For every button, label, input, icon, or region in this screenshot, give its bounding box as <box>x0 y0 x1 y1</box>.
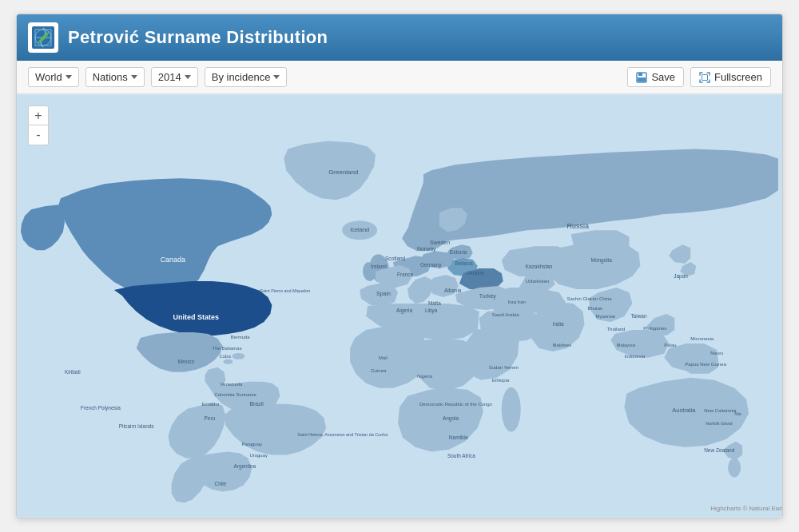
granularity-dropdown-arrow <box>131 75 137 79</box>
label-indonesia: Indonesia <box>624 354 646 359</box>
granularity-dropdown[interactable]: Nations <box>85 67 145 87</box>
label-argentina: Argentina <box>233 463 256 470</box>
svg-point-8 <box>232 353 244 359</box>
label-iaqiran: Iraq Iran <box>508 300 526 304</box>
label-ukraine: Ukraine <box>467 270 485 276</box>
label-chile: Chile <box>214 481 226 486</box>
map-area: + - <box>17 94 782 518</box>
label-sudan: Sudan Yemen <box>489 365 519 370</box>
svg-rect-4 <box>638 73 642 76</box>
label-japan: Japan <box>674 273 688 280</box>
zoom-controls: + - <box>28 105 49 145</box>
label-spain: Spain <box>376 291 391 297</box>
label-bermuda: Bermuda <box>230 335 250 339</box>
label-us: United States <box>173 313 219 321</box>
region-dropdown[interactable]: World <box>28 67 79 87</box>
main-container: Petrović Surname Distribution World Nati… <box>16 14 783 518</box>
save-button[interactable]: Save <box>627 67 684 87</box>
label-bahamas: The Bahamas <box>212 346 241 351</box>
label-kazakhstan: Kazakhstan <box>526 264 553 269</box>
label-frenchpolynesia: French Polynesia <box>81 405 121 411</box>
world-map: Greenland Iceland Canada Russia United S… <box>17 94 782 518</box>
toolbar: World Nations 2014 By incidence Save <box>17 61 782 94</box>
label-colombia: Colombia Suriname <box>214 392 256 397</box>
label-namibia: Namibia <box>449 435 468 440</box>
label-kiribati: Kiribati <box>65 369 81 375</box>
label-southafrica: South Africa <box>447 453 475 459</box>
region-dropdown-arrow <box>66 75 72 79</box>
label-nigeria: Nigeria <box>417 374 433 379</box>
label-spm: Saint Pierre and Miquelon <box>260 288 310 293</box>
label-mali: Mali <box>379 355 388 360</box>
label-brazil: Brazil <box>249 401 264 407</box>
svg-rect-6 <box>702 74 708 80</box>
label-turkey: Turkey <box>479 293 497 300</box>
label-saudiarabia: Saudi Arabia <box>492 312 520 317</box>
label-russia: Russia <box>567 222 589 230</box>
label-thailand: Thailand <box>606 327 625 332</box>
label-palau: Palau <box>664 343 676 347</box>
label-greenland: Greenland <box>328 169 358 176</box>
label-australia: Australia <box>672 407 696 414</box>
label-france: France <box>397 272 414 277</box>
metric-dropdown-arrow <box>273 75 280 79</box>
label-sthelena: Saint Helena, Ascension and Tristan da C… <box>297 432 388 437</box>
label-myanmar: Myanmar <box>595 314 615 319</box>
label-sweden: Sweden <box>430 240 450 245</box>
app-logo <box>28 22 58 53</box>
label-scotland: Scotland <box>385 256 406 261</box>
label-bhutan: Bhutan <box>588 306 603 311</box>
label-uzbekistan: Uzbekistan <box>526 279 550 284</box>
attribution-text: Highcharts © Natural Earth <box>710 505 782 512</box>
label-ireland: Ireland <box>371 264 387 269</box>
label-belarus: Belarus <box>455 260 473 266</box>
label-taiwan: Taiwan <box>630 313 647 319</box>
label-pitcairn: Pitcairn Islands <box>119 423 154 429</box>
label-angola: Angola <box>443 415 459 422</box>
year-dropdown[interactable]: 2014 <box>151 67 198 87</box>
label-mexico: Mexico <box>178 359 195 364</box>
label-india: India <box>553 321 564 327</box>
label-libya: Libya <box>425 308 438 314</box>
label-estonia: Estonia <box>450 249 467 255</box>
label-nis: Nis <box>734 411 741 416</box>
label-canada: Canada <box>161 256 185 264</box>
header: Petrović Surname Distribution <box>17 14 782 61</box>
label-drc: Democratic Republic of the Congo <box>419 402 493 407</box>
zoom-in-button[interactable]: + <box>29 106 48 125</box>
page-title: Petrović Surname Distribution <box>68 27 328 48</box>
label-iceland: Iceland <box>350 226 369 233</box>
svg-point-13 <box>502 387 521 432</box>
label-guinea: Guinea <box>371 368 387 373</box>
svg-rect-5 <box>638 77 646 81</box>
label-peru: Peru <box>205 415 216 421</box>
label-algeria: Algeria <box>396 308 413 314</box>
label-maldives: Maldives <box>553 343 572 347</box>
label-venezuela: Venezuela <box>220 382 243 387</box>
label-newcaledonia: New Caledonia <box>704 408 737 413</box>
label-malaysia: Malaysia <box>616 343 635 347</box>
label-ecuador: Ecuador <box>202 402 220 407</box>
label-malta: Malta <box>428 300 441 306</box>
label-ethiopia: Ethiopia <box>492 378 510 383</box>
fullscreen-icon <box>699 72 710 83</box>
label-png: Papua New Guinea <box>685 362 726 367</box>
year-dropdown-arrow <box>185 75 191 79</box>
save-icon <box>636 72 647 83</box>
fullscreen-button[interactable]: Fullscreen <box>690 67 771 87</box>
label-philippines: Philippines <box>643 326 666 331</box>
svg-point-14 <box>728 459 741 478</box>
label-norfolkisland: Norfolk Island <box>706 421 732 426</box>
label-germany: Germany <box>420 262 442 268</box>
svg-point-9 <box>223 359 233 364</box>
zoom-out-button[interactable]: - <box>29 125 48 145</box>
label-newzealand: New Zealand <box>704 447 735 453</box>
metric-dropdown[interactable]: By incidence <box>205 67 288 87</box>
label-nauru: Nauru <box>710 351 723 355</box>
label-uruguay: Uruguay <box>249 453 268 458</box>
label-cuba: Cuba <box>219 354 231 359</box>
label-albania: Albania <box>444 288 462 293</box>
label-paraguay: Paraguay <box>241 442 262 447</box>
label-mongolia: Mongolia <box>591 257 613 264</box>
label-norway: Norway <box>417 246 436 252</box>
